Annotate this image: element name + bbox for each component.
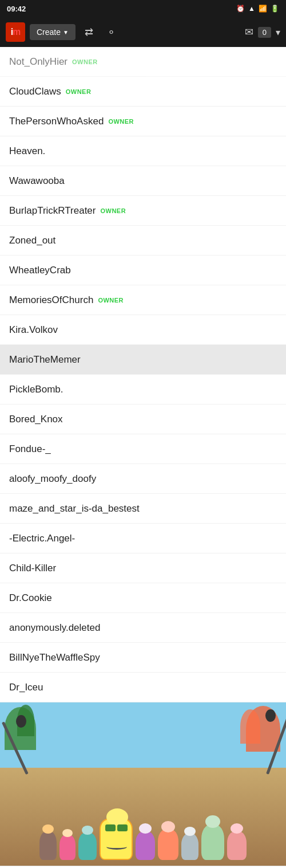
owner-badge: OWNER <box>66 88 92 95</box>
list-item[interactable]: Fondue-_ <box>0 434 286 464</box>
app-logo: im <box>6 22 25 42</box>
list-item[interactable]: WheatleyCrab <box>0 256 286 285</box>
list-item[interactable]: BurlapTrickRTreater OWNER <box>0 196 286 226</box>
list-item[interactable]: Heaven. <box>0 136 286 166</box>
notification-badge[interactable]: 0 <box>258 27 271 38</box>
list-item[interactable]: Bored_Knox <box>0 404 286 434</box>
status-bar: 09:42 ⏰ ▲ 📶 🔋 <box>0 0 286 17</box>
user-list: Not_OnlyHier OWNER CloudClaws OWNER TheP… <box>0 47 286 702</box>
username-label: Bored_Knox <box>9 414 63 425</box>
owner-badge: OWNER <box>72 58 98 65</box>
username-label: aloofy_moofy_doofy <box>9 473 96 485</box>
create-button[interactable]: Create <box>30 24 76 40</box>
username-label: Child-Killer <box>9 563 56 574</box>
username-label: maze_and_star_is-da_bestest <box>9 503 140 514</box>
owner-badge: OWNER <box>98 297 124 304</box>
wifi-icon: ▲ <box>248 5 255 13</box>
username-label: Zoned_out <box>9 235 55 246</box>
status-time: 09:42 <box>7 5 26 13</box>
username-label: MarioTheMemer <box>9 354 81 366</box>
username-label: BurlapTrickRTreater <box>9 205 96 217</box>
username-label: ThePersonWhoAsked <box>9 116 104 127</box>
list-item[interactable]: PickleBomb. <box>0 375 286 404</box>
alarm-icon: ⏰ <box>236 5 245 13</box>
list-item[interactable]: maze_and_star_is-da_bestest <box>0 494 286 524</box>
username-label: -Electric.Angel- <box>9 533 75 544</box>
list-item[interactable]: Dr.Cookie <box>0 583 286 613</box>
search-button[interactable]: ⚬ <box>102 23 120 41</box>
username-label: anonymously.deleted <box>9 622 100 634</box>
google-section: Google <box>0 866 286 868</box>
list-item[interactable]: anonymously.deleted <box>0 613 286 643</box>
list-item[interactable]: Kira.Volkov <box>0 315 286 345</box>
owner-badge: OWNER <box>100 207 126 214</box>
username-label: Kira.Volkov <box>9 324 58 336</box>
status-icons: ⏰ ▲ 📶 🔋 <box>236 5 279 13</box>
list-item[interactable]: CloudClaws OWNER <box>0 77 286 107</box>
list-item[interactable]: Not_OnlyHier OWNER <box>0 47 286 77</box>
username-label: Dr.Cookie <box>9 592 52 604</box>
username-label: CloudClaws <box>9 86 61 97</box>
list-item[interactable]: Dr_Iceu <box>0 673 286 702</box>
username-label: BillNyeTheWaffleSpy <box>9 652 100 663</box>
username-label: Fondue-_ <box>9 443 51 455</box>
list-item[interactable]: Zoned_out <box>0 226 286 256</box>
mail-icon[interactable]: ✉ <box>245 26 253 38</box>
username-label: Heaven. <box>9 146 45 157</box>
meme-image <box>0 702 286 866</box>
list-item[interactable]: Wawawooba <box>0 166 286 196</box>
list-item[interactable]: aloofy_moofy_doofy <box>0 464 286 494</box>
username-label: PickleBomb. <box>9 384 63 395</box>
username-label: MemoriesOfChurch <box>9 294 93 306</box>
signal-icon: 📶 <box>259 5 267 13</box>
list-item[interactable]: MemoriesOfChurch OWNER <box>0 285 286 315</box>
username-label: Dr_Iceu <box>9 682 43 693</box>
username-label: WheatleyCrab <box>9 265 71 276</box>
list-item[interactable]: BillNyeTheWaffleSpy <box>0 643 286 673</box>
username-label: Not_OnlyHier <box>9 56 67 68</box>
username-label: Wawawooba <box>9 175 65 187</box>
nav-bar: im Create ⇄ ⚬ ✉ 0 ▾ <box>0 17 286 47</box>
nav-dropdown-icon[interactable]: ▾ <box>276 27 280 38</box>
list-item[interactable]: ThePersonWhoAsked OWNER <box>0 107 286 136</box>
owner-badge: OWNER <box>108 118 134 125</box>
list-item[interactable]: Child-Killer <box>0 553 286 583</box>
list-item[interactable]: -Electric.Angel- <box>0 524 286 553</box>
list-item[interactable]: MarioTheMemer <box>0 345 286 375</box>
shuffle-button[interactable]: ⇄ <box>80 23 98 41</box>
battery-icon: 🔋 <box>271 5 279 13</box>
